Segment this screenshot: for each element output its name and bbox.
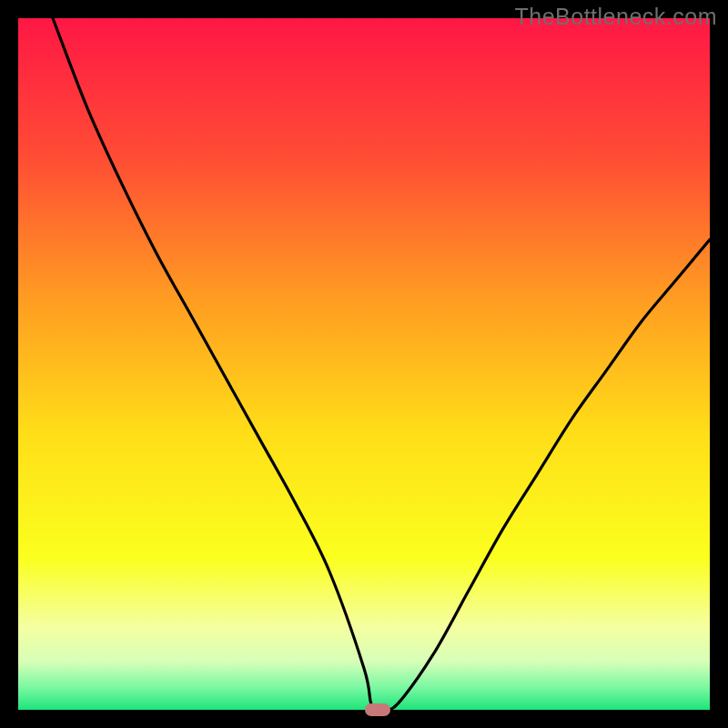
plot-area — [18, 18, 710, 710]
optimal-marker — [365, 703, 390, 716]
bottleneck-curve — [18, 18, 710, 710]
chart-frame: TheBottleneck.com — [0, 0, 728, 728]
watermark-text: TheBottleneck.com — [515, 4, 718, 30]
